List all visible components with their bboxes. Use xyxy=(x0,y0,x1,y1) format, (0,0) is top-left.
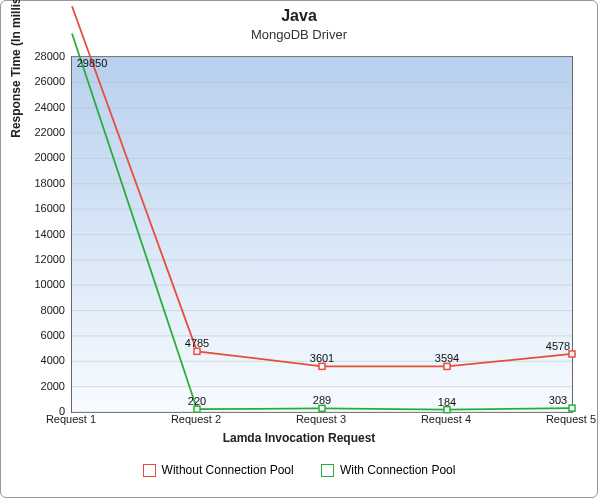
y-tick-label: 20000 xyxy=(25,151,65,163)
data-label: 303 xyxy=(549,394,567,406)
chart-subtitle: MongoDB Driver xyxy=(1,27,597,42)
legend-item: Without Connection Pool xyxy=(143,463,294,477)
x-tick-label: Request 1 xyxy=(46,413,96,425)
data-label: 3601 xyxy=(310,352,334,364)
data-label: 3594 xyxy=(435,352,459,364)
x-tick-label: Request 4 xyxy=(421,413,471,425)
data-label: 4578 xyxy=(546,340,570,352)
legend-item: With Connection Pool xyxy=(321,463,455,477)
y-axis-label: Response Time (In milliseconds) xyxy=(9,0,23,138)
y-tick-label: 26000 xyxy=(25,75,65,87)
legend-label: Without Connection Pool xyxy=(162,463,294,477)
data-label: 29850 xyxy=(77,57,108,69)
legend-label: With Connection Pool xyxy=(340,463,455,477)
y-tick-label: 22000 xyxy=(25,126,65,138)
data-label: 184 xyxy=(438,396,456,408)
y-tick-label: 10000 xyxy=(25,278,65,290)
data-point xyxy=(569,405,575,411)
y-tick-label: 14000 xyxy=(25,228,65,240)
y-tick-label: 28000 xyxy=(25,50,65,62)
y-tick-label: 18000 xyxy=(25,177,65,189)
y-tick-label: 24000 xyxy=(25,101,65,113)
x-tick-label: Request 3 xyxy=(296,413,346,425)
legend-swatch-icon xyxy=(143,464,156,477)
data-label: 220 xyxy=(188,395,206,407)
legend: Without Connection Pool With Connection … xyxy=(1,463,597,480)
x-tick-label: Request 2 xyxy=(171,413,221,425)
series-line xyxy=(72,6,572,366)
x-axis-label: Lamda Invocation Request xyxy=(1,431,597,445)
chart-container: Java MongoDB Driver Response Time (In mi… xyxy=(0,0,598,498)
y-tick-label: 4000 xyxy=(25,354,65,366)
y-tick-label: 8000 xyxy=(25,304,65,316)
y-tick-label: 12000 xyxy=(25,253,65,265)
x-tick-label: Request 5 xyxy=(546,413,596,425)
chart-title: Java xyxy=(1,7,597,25)
data-label: 4785 xyxy=(185,337,209,349)
y-tick-label: 6000 xyxy=(25,329,65,341)
y-tick-label: 2000 xyxy=(25,380,65,392)
legend-swatch-icon xyxy=(321,464,334,477)
data-label: 289 xyxy=(313,394,331,406)
y-tick-label: 16000 xyxy=(25,202,65,214)
plot-area: 478536013594457829850220289184303 xyxy=(71,56,573,413)
